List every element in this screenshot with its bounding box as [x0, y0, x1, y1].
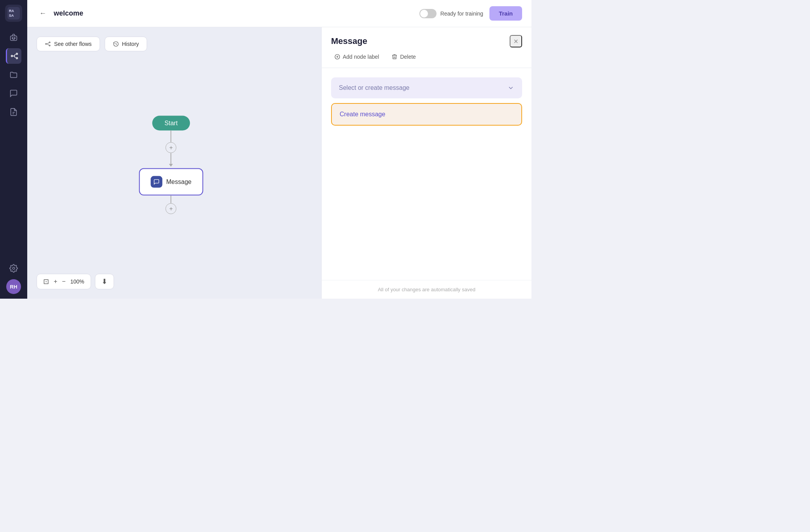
sidebar-logo: RA SA: [5, 5, 22, 22]
content-area: See other flows History Start +: [27, 27, 531, 299]
svg-point-4: [12, 37, 13, 38]
svg-point-6: [11, 55, 12, 57]
panel-actions: Add node label Delete: [322, 47, 531, 68]
chevron-down-icon: [507, 84, 514, 91]
panel-footer: All of your changes are automatically sa…: [322, 280, 531, 299]
sidebar: RA SA: [0, 0, 27, 299]
see-other-flows-label: See other flows: [54, 41, 92, 47]
create-message-option[interactable]: Create message: [331, 103, 522, 126]
svg-point-12: [49, 45, 50, 46]
download-button[interactable]: ⬇: [95, 274, 114, 289]
history-icon: [113, 41, 119, 47]
chat-nav-icon[interactable]: [6, 86, 21, 101]
add-node-button-2[interactable]: +: [166, 203, 177, 214]
add-node-label-text: Add node label: [343, 54, 379, 60]
delete-label: Delete: [400, 54, 416, 60]
canvas-controls: ⊡ + − 100% ⬇: [37, 274, 114, 289]
right-panel: Message × Add node label: [321, 27, 531, 299]
flow-nav-icon[interactable]: [6, 48, 21, 64]
panel-title: Message: [331, 36, 367, 46]
svg-text:SA: SA: [9, 14, 14, 18]
svg-point-8: [16, 58, 18, 59]
add-node-label-button[interactable]: Add node label: [331, 52, 382, 61]
panel-content: Select or create message Create message: [322, 68, 531, 280]
panel-header: Message ×: [322, 27, 531, 47]
message-node-label: Message: [166, 178, 191, 186]
history-label: History: [122, 41, 139, 47]
connector-line-3: [171, 196, 172, 203]
main-area: ← welcome Ready for training Train See o…: [27, 0, 531, 299]
autosave-text: All of your changes are automatically sa…: [378, 287, 475, 292]
svg-point-7: [16, 53, 18, 55]
message-node-icon: [151, 176, 162, 188]
train-button[interactable]: Train: [489, 6, 522, 21]
svg-point-5: [14, 37, 15, 38]
history-button[interactable]: History: [105, 37, 147, 51]
flows-icon: [45, 41, 51, 47]
delete-icon: [391, 54, 398, 60]
add-node-button-1[interactable]: +: [166, 142, 177, 153]
zoom-control: ⊡ + − 100%: [37, 274, 91, 289]
svg-text:RA: RA: [9, 9, 14, 13]
zoom-in-button[interactable]: +: [54, 278, 57, 285]
svg-rect-3: [11, 36, 17, 40]
canvas-toolbar: See other flows History: [37, 37, 147, 51]
flow-diagram: Start + Message: [139, 116, 203, 214]
start-node[interactable]: Start: [152, 116, 190, 131]
svg-point-11: [49, 42, 50, 43]
connector-line-2: [171, 153, 172, 161]
fit-button[interactable]: ⊡: [43, 277, 49, 286]
add-label-icon: [334, 54, 340, 60]
back-button[interactable]: ←: [37, 7, 49, 20]
message-node[interactable]: Message: [139, 168, 203, 196]
see-other-flows-button[interactable]: See other flows: [37, 37, 100, 51]
folder-nav-icon[interactable]: [6, 67, 21, 82]
arrow-connector: [169, 161, 173, 167]
message-select-dropdown[interactable]: Select or create message: [331, 77, 522, 98]
training-toggle[interactable]: [419, 9, 437, 18]
document-nav-icon[interactable]: [6, 104, 21, 120]
toggle-label: Ready for training: [440, 10, 484, 17]
select-dropdown-text: Select or create message: [339, 84, 409, 91]
zoom-out-button[interactable]: −: [62, 278, 65, 285]
svg-point-9: [12, 267, 15, 270]
training-toggle-container: Ready for training: [419, 9, 484, 18]
delete-button[interactable]: Delete: [388, 52, 419, 61]
connector-line-1: [171, 131, 172, 142]
bot-nav-icon[interactable]: [6, 30, 21, 45]
user-avatar[interactable]: RH: [6, 279, 21, 294]
panel-close-button[interactable]: ×: [510, 35, 522, 47]
settings-icon[interactable]: [6, 261, 21, 276]
app-header: ← welcome Ready for training Train: [27, 0, 531, 27]
zoom-percent: 100%: [70, 278, 84, 285]
header-right: Ready for training Train: [419, 6, 522, 21]
page-title: welcome: [54, 9, 415, 18]
svg-point-10: [46, 44, 47, 45]
flow-canvas[interactable]: See other flows History Start +: [27, 27, 321, 299]
